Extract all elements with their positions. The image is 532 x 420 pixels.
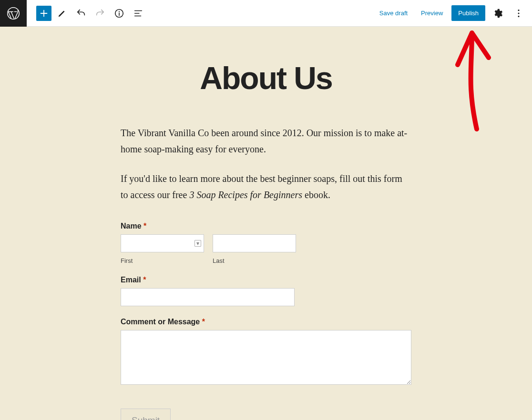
message-textarea[interactable] xyxy=(121,330,411,385)
editor-canvas: About Us The Vibrant Vanilla Co been aro… xyxy=(0,27,532,420)
svg-point-3 xyxy=(518,10,519,11)
name-label: Name * xyxy=(121,222,411,230)
required-mark: * xyxy=(202,318,205,326)
svg-point-5 xyxy=(518,15,519,17)
submit-button[interactable]: Submit xyxy=(121,409,171,420)
email-label: Email * xyxy=(121,276,411,284)
first-name-sublabel: First xyxy=(121,257,204,264)
preview-button[interactable]: Preview xyxy=(416,6,448,20)
page-content: About Us The Vibrant Vanilla Co been aro… xyxy=(121,60,411,420)
message-label: Comment or Message * xyxy=(121,318,411,326)
svg-point-2 xyxy=(119,11,120,12)
toolbar-right-group: Save draft Preview Publish xyxy=(375,5,532,22)
message-field-group: Comment or Message * xyxy=(121,318,411,387)
required-mark: * xyxy=(143,276,146,284)
annotation-arrow xyxy=(448,29,496,134)
name-field-group: Name * ▾ First Last xyxy=(121,222,411,264)
redo-icon xyxy=(92,5,109,22)
required-mark: * xyxy=(143,222,146,230)
settings-gear-icon[interactable] xyxy=(489,5,506,22)
paragraph-2-em: 3 Soap Recipes for Beginners xyxy=(189,190,302,200)
svg-point-4 xyxy=(518,12,519,14)
first-name-input[interactable] xyxy=(121,234,204,252)
last-name-sublabel: Last xyxy=(213,257,296,264)
paragraph-1[interactable]: The Vibrant Vanilla Co been around since… xyxy=(121,125,411,157)
save-draft-button[interactable]: Save draft xyxy=(375,6,412,20)
add-block-button[interactable] xyxy=(36,6,51,21)
editor-toolbar: Save draft Preview Publish xyxy=(0,0,532,27)
last-name-input[interactable] xyxy=(213,234,296,252)
contact-form: Name * ▾ First Last xyxy=(121,222,411,420)
page-title[interactable]: About Us xyxy=(121,60,411,96)
email-field-group: Email * xyxy=(121,276,411,306)
outline-icon[interactable] xyxy=(130,5,147,22)
wordpress-logo[interactable] xyxy=(0,0,27,27)
publish-button[interactable]: Publish xyxy=(451,5,485,21)
autofill-icon: ▾ xyxy=(194,240,201,247)
paragraph-2[interactable]: If you'd like to learn more about the be… xyxy=(121,170,411,203)
name-label-text: Name xyxy=(121,222,143,230)
email-label-text: Email xyxy=(121,276,143,284)
message-label-text: Comment or Message xyxy=(121,318,202,326)
info-icon[interactable] xyxy=(111,5,128,22)
undo-icon[interactable] xyxy=(72,5,90,22)
paragraph-2-b: ebook. xyxy=(302,190,330,200)
edit-icon[interactable] xyxy=(53,5,71,22)
email-input[interactable] xyxy=(121,288,295,306)
more-options-icon[interactable] xyxy=(510,5,527,22)
toolbar-left-group xyxy=(27,5,147,22)
